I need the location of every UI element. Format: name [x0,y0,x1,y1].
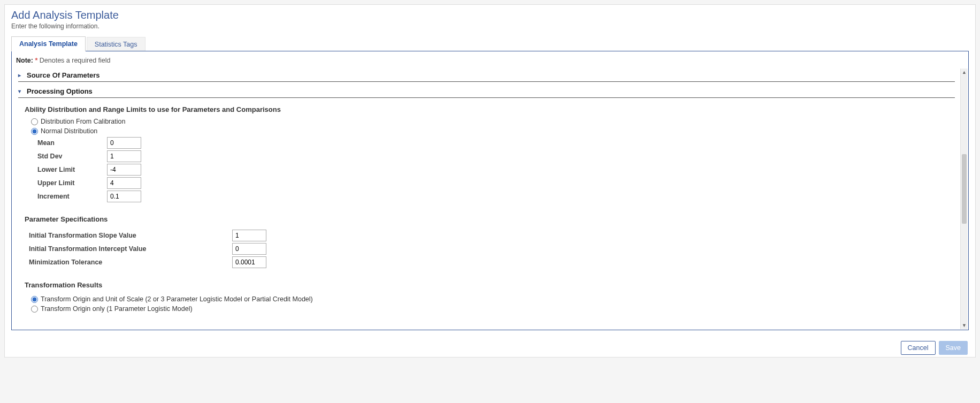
slope-input[interactable] [232,230,266,241]
tab-statistics-tags[interactable]: Statistics Tags [87,37,146,51]
scroll-inner: ▸ Source Of Parameters ▾ Processing Opti… [12,68,960,330]
cancel-button[interactable]: Cancel [901,341,936,355]
section-source-of-parameters[interactable]: ▸ Source Of Parameters [18,69,955,82]
required-field-note: Note: * Denotes a required field [12,51,968,65]
upper-limit-input[interactable] [107,177,141,189]
min-tolerance-input[interactable] [232,256,266,268]
radio-calibration-input[interactable] [31,118,38,125]
footer-bar: Cancel Save [5,336,975,357]
save-button[interactable]: Save [939,341,968,355]
radio-distribution-from-calibration[interactable]: Distribution From Calibration [31,118,955,125]
ability-distribution-heading: Ability Distribution and Range Limits to… [25,105,955,113]
tab-content: Note: * Denotes a required field ▸ Sourc… [11,51,969,330]
tab-bar: Analysis Template Statistics Tags [11,36,969,51]
chevron-right-icon: ▸ [18,72,25,78]
section-processing-label: Processing Options [27,87,93,95]
slope-label: Initial Transformation Slope Value [29,232,232,239]
radio-transform-full-input[interactable] [31,296,38,303]
radio-transform-full-label: Transform Origin and Unit of Scale (2 or… [41,295,313,303]
scrollbar-thumb[interactable] [962,154,967,224]
radio-normal-input[interactable] [31,128,38,135]
field-intercept: Initial Transformation Intercept Value [29,243,955,255]
intercept-label: Initial Transformation Intercept Value [29,245,232,253]
tab-analysis-template[interactable]: Analysis Template [11,36,86,51]
intercept-input[interactable] [232,243,266,255]
increment-label: Increment [37,193,107,200]
field-mean: Mean [37,137,955,149]
radio-normal-distribution[interactable]: Normal Distribution [31,127,955,135]
section-source-label: Source Of Parameters [27,71,100,79]
field-increment: Increment [37,191,955,202]
radio-transform-full[interactable]: Transform Origin and Unit of Scale (2 or… [31,295,955,303]
mean-label: Mean [37,139,107,147]
transformation-results-heading: Transformation Results [25,281,955,289]
page-subtitle: Enter the following information. [11,22,969,30]
field-upper-limit: Upper Limit [37,177,955,189]
field-stddev: Std Dev [37,150,955,162]
upper-limit-label: Upper Limit [37,179,107,187]
radio-normal-label: Normal Distribution [41,127,97,135]
scroll-down-arrow-icon[interactable]: ▼ [961,322,968,329]
page-container: Add Analysis Template Enter the followin… [4,4,976,358]
lower-limit-input[interactable] [107,164,141,176]
scrollbar-track[interactable]: ▲ ▼ [960,69,968,329]
min-tolerance-label: Minimization Tolerance [29,258,232,266]
field-min-tolerance: Minimization Tolerance [29,256,955,268]
page-header: Add Analysis Template Enter the followin… [5,5,975,36]
radio-transform-origin-only[interactable]: Transform Origin only (1 Parameter Logis… [31,305,955,313]
field-slope: Initial Transformation Slope Value [29,230,955,241]
stddev-label: Std Dev [37,153,107,160]
note-label: Note: [16,57,33,64]
field-lower-limit: Lower Limit [37,164,955,176]
radio-transform-origin-input[interactable] [31,306,38,313]
required-asterisk-icon: * [35,57,37,64]
lower-limit-label: Lower Limit [37,166,107,173]
note-text: Denotes a required field [40,57,111,64]
stddev-input[interactable] [107,150,141,162]
increment-input[interactable] [107,191,141,202]
parameter-specifications-heading: Parameter Specifications [25,215,955,223]
scroll-area: ▸ Source Of Parameters ▾ Processing Opti… [12,68,968,330]
radio-transform-origin-label: Transform Origin only (1 Parameter Logis… [41,305,193,313]
chevron-down-icon: ▾ [18,88,25,94]
section-processing-options[interactable]: ▾ Processing Options [18,85,955,98]
mean-input[interactable] [107,137,141,149]
radio-calibration-label: Distribution From Calibration [41,118,125,125]
scroll-up-arrow-icon[interactable]: ▲ [961,69,968,76]
page-title: Add Analysis Template [11,9,969,21]
